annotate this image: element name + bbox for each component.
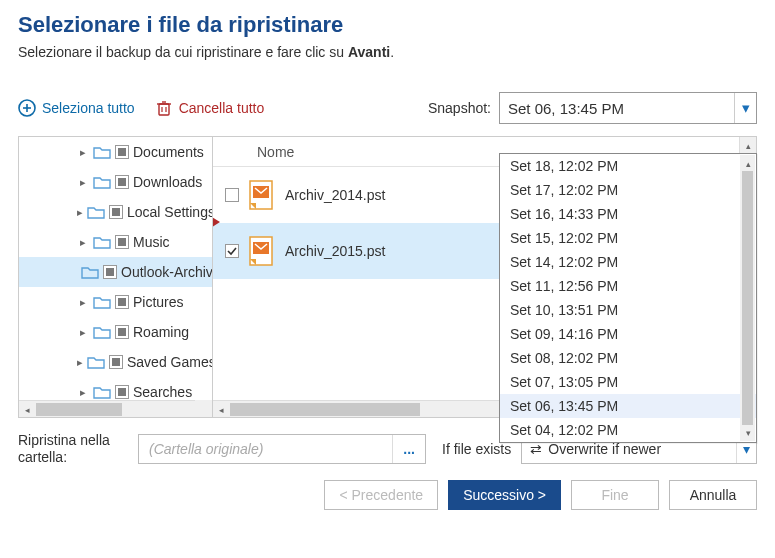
- expand-icon[interactable]: ▸: [77, 356, 83, 369]
- folder-icon: [87, 355, 105, 369]
- snapshot-dropdown[interactable]: Set 18, 12:02 PMSet 17, 12:02 PMSet 16, …: [499, 153, 757, 443]
- splitter-icon[interactable]: [213, 217, 220, 227]
- snapshot-option[interactable]: Set 07, 13:05 PM: [500, 370, 756, 394]
- dropdown-scrollbar[interactable]: ▴ ▾: [740, 155, 755, 441]
- tree-node[interactable]: ▸Music: [19, 227, 212, 257]
- tree-node-label: Roaming: [133, 324, 189, 340]
- folder-icon: [93, 385, 111, 399]
- restore-folder-placeholder: (Cartella originale): [139, 441, 273, 457]
- plus-circle-icon: [18, 99, 36, 117]
- folder-icon: [93, 235, 111, 249]
- tree-node[interactable]: ▸Roaming: [19, 317, 212, 347]
- restore-folder-input[interactable]: (Cartella originale) ...: [138, 434, 426, 464]
- checkbox-partial-icon[interactable]: [115, 175, 129, 189]
- snapshot-option[interactable]: Set 11, 12:56 PM: [500, 274, 756, 298]
- next-button[interactable]: Successivo >: [448, 480, 561, 510]
- checkbox-partial-icon[interactable]: [115, 145, 129, 159]
- snapshot-option[interactable]: Set 10, 13:51 PM: [500, 298, 756, 322]
- chevron-down-icon: ▾: [734, 93, 756, 123]
- checkbox-partial-icon[interactable]: [115, 325, 129, 339]
- checkbox[interactable]: [225, 188, 239, 202]
- tree-h-scrollbar[interactable]: ◂ ▸: [19, 400, 212, 417]
- browse-button[interactable]: ...: [392, 435, 425, 463]
- checkbox-partial-icon[interactable]: [109, 205, 123, 219]
- snapshot-option[interactable]: Set 14, 12:02 PM: [500, 250, 756, 274]
- snapshot-option[interactable]: Set 04, 12:02 PM: [500, 418, 756, 442]
- snapshot-option[interactable]: Set 17, 12:02 PM: [500, 178, 756, 202]
- snapshot-value: Set 06, 13:45 PM: [508, 100, 624, 117]
- page-title: Selezionare i file da ripristinare: [18, 12, 757, 38]
- tree-node[interactable]: ▸Documents: [19, 137, 212, 167]
- folder-icon: [93, 325, 111, 339]
- file-name: Archiv_2014.pst: [285, 187, 385, 203]
- pst-file-icon: [249, 180, 275, 210]
- tree-node-label: Music: [133, 234, 170, 250]
- tree-node[interactable]: ▸Pictures: [19, 287, 212, 317]
- checkbox[interactable]: [225, 244, 239, 258]
- folder-icon: [93, 175, 111, 189]
- cancel-button[interactable]: Annulla: [669, 480, 757, 510]
- snapshot-option[interactable]: Set 15, 12:02 PM: [500, 226, 756, 250]
- pst-file-icon: [249, 236, 275, 266]
- snapshot-option[interactable]: Set 18, 12:02 PM: [500, 154, 756, 178]
- snapshot-label: Snapshot:: [428, 100, 491, 116]
- checkbox-partial-icon[interactable]: [115, 295, 129, 309]
- checkbox-partial-icon[interactable]: [109, 355, 123, 369]
- if-exists-label: If file exists: [442, 441, 511, 457]
- expand-icon[interactable]: ▸: [77, 236, 89, 249]
- file-name: Archiv_2015.pst: [285, 243, 385, 259]
- tree-node-label: Downloads: [133, 174, 202, 190]
- tree-node[interactable]: ▸Downloads: [19, 167, 212, 197]
- trash-icon: [155, 99, 173, 117]
- folder-tree-panel: ▸Documents▸Downloads▸Local Settings▸Musi…: [18, 136, 213, 418]
- prev-button[interactable]: < Precedente: [324, 480, 438, 510]
- folder-icon: [87, 205, 105, 219]
- tree-node-label: Local Settings: [127, 204, 212, 220]
- snapshot-option[interactable]: Set 09, 14:16 PM: [500, 322, 756, 346]
- expand-icon[interactable]: ▸: [77, 176, 89, 189]
- expand-icon[interactable]: ▸: [77, 146, 89, 159]
- checkbox-partial-icon[interactable]: [115, 385, 129, 399]
- tree-node-label: Documents: [133, 144, 204, 160]
- expand-icon[interactable]: ▸: [77, 386, 89, 399]
- finish-button[interactable]: Fine: [571, 480, 659, 510]
- tree-node-label: Saved Games: [127, 354, 212, 370]
- tree-node-label: Outlook-Archiv: [121, 264, 212, 280]
- folder-icon: [93, 295, 111, 309]
- snapshot-option[interactable]: Set 08, 12:02 PM: [500, 346, 756, 370]
- expand-icon[interactable]: ▸: [77, 296, 89, 309]
- folder-icon: [81, 265, 99, 279]
- tree-node-label: Searches: [133, 384, 192, 400]
- folder-icon: [93, 145, 111, 159]
- tree-node[interactable]: ▸Local Settings: [19, 197, 212, 227]
- select-all-button[interactable]: Seleziona tutto: [18, 99, 135, 117]
- page-subtitle: Selezionare il backup da cui ripristinar…: [18, 44, 757, 60]
- expand-icon[interactable]: ▸: [77, 326, 89, 339]
- snapshot-select[interactable]: Set 06, 13:45 PM ▾: [499, 92, 757, 124]
- checkbox-partial-icon[interactable]: [103, 265, 117, 279]
- restore-folder-label: Ripristina nella cartella:: [18, 432, 128, 466]
- tree-node[interactable]: Outlook-Archiv: [19, 257, 212, 287]
- swap-arrows-icon: ⇄: [530, 441, 542, 457]
- snapshot-option[interactable]: Set 06, 13:45 PM: [500, 394, 756, 418]
- tree-node[interactable]: ▸Saved Games: [19, 347, 212, 377]
- expand-icon[interactable]: ▸: [77, 206, 83, 219]
- clear-all-button[interactable]: Cancella tutto: [155, 99, 265, 117]
- tree-node-label: Pictures: [133, 294, 184, 310]
- snapshot-option[interactable]: Set 16, 14:33 PM: [500, 202, 756, 226]
- checkbox-partial-icon[interactable]: [115, 235, 129, 249]
